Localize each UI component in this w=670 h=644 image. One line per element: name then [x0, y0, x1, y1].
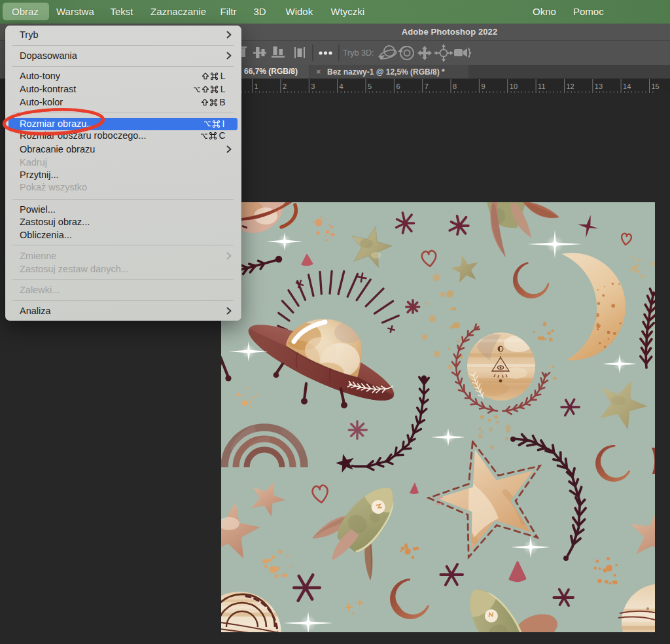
- svg-text:11: 11: [538, 82, 545, 90]
- svg-text:4: 4: [340, 82, 344, 90]
- svg-text:14: 14: [623, 82, 631, 90]
- svg-text:13: 13: [595, 82, 603, 90]
- svg-text:7: 7: [425, 82, 429, 90]
- svg-text:10: 10: [510, 82, 518, 90]
- svg-text:5: 5: [368, 82, 372, 90]
- svg-text:8: 8: [453, 82, 457, 90]
- svg-text:1: 1: [255, 82, 258, 90]
- svg-text:3: 3: [311, 82, 315, 90]
- svg-text:9: 9: [481, 82, 485, 90]
- svg-text:15: 15: [652, 82, 660, 90]
- svg-text:6: 6: [396, 82, 400, 90]
- svg-text:12: 12: [567, 82, 574, 90]
- svg-text:2: 2: [283, 82, 287, 90]
